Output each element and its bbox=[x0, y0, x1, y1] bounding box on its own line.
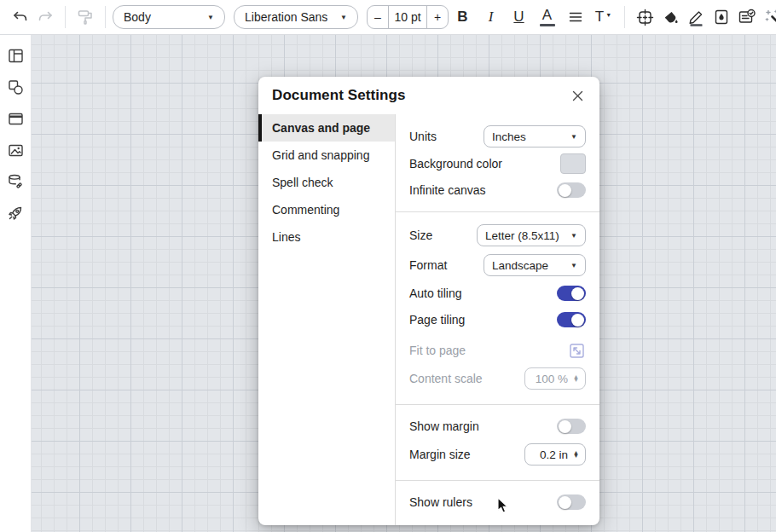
auto-tiling-row: Auto tiling bbox=[409, 283, 586, 304]
infinite-canvas-label: Infinite canvas bbox=[409, 183, 486, 197]
spinner-arrows-icon: ▲▼ bbox=[573, 375, 579, 382]
image-icon bbox=[8, 142, 24, 159]
infinite-canvas-toggle[interactable] bbox=[557, 182, 586, 198]
section-margin: Show margin Margin size 0.2 in ▲▼ bbox=[396, 405, 599, 480]
settings-nav: Canvas and page Grid and snapping Spell … bbox=[258, 114, 395, 525]
auto-tiling-toggle[interactable] bbox=[557, 286, 586, 301]
fit-to-page-row: Fit to page bbox=[409, 340, 586, 361]
toggle-knob bbox=[571, 314, 584, 327]
redo-icon bbox=[38, 9, 54, 26]
toggle-knob bbox=[571, 287, 584, 300]
nav-item-lines[interactable]: Lines bbox=[258, 223, 395, 251]
show-rulers-toggle[interactable] bbox=[557, 494, 586, 510]
font-size-value[interactable]: 10 pt bbox=[388, 6, 427, 28]
fit-to-page-label: Fit to page bbox=[409, 344, 466, 357]
shadow-icon bbox=[713, 9, 730, 26]
margin-size-row: Margin size 0.2 in ▲▼ bbox=[409, 442, 586, 466]
section-page: Size Letter (8.5x11) ▼ Format Landscape … bbox=[396, 212, 599, 404]
frame-button[interactable] bbox=[632, 4, 657, 30]
nav-item-canvas-and-page[interactable]: Canvas and page bbox=[258, 114, 395, 142]
line-color-icon bbox=[687, 9, 705, 26]
content-scale-label: Content scale bbox=[409, 372, 483, 385]
undo-button[interactable] bbox=[7, 4, 32, 30]
underline-button[interactable]: U bbox=[505, 3, 533, 31]
shape-sidebar bbox=[0, 35, 32, 532]
section-canvas: Units Inches ▼ Background color Infinite… bbox=[396, 114, 599, 211]
magic-wand-icon bbox=[763, 8, 776, 26]
close-button[interactable] bbox=[569, 87, 586, 104]
document-settings-dialog: Document Settings Canvas and page Grid a… bbox=[258, 77, 599, 525]
nav-item-grid-and-snapping[interactable]: Grid and snapping bbox=[258, 142, 395, 169]
chevron-down-icon: ▼ bbox=[570, 133, 577, 141]
format-value: Landscape bbox=[492, 259, 548, 272]
background-color-swatch[interactable] bbox=[560, 153, 586, 174]
chevron-down-icon: ▼ bbox=[207, 14, 214, 21]
italic-button[interactable]: I bbox=[477, 3, 505, 31]
bold-button[interactable]: B bbox=[449, 3, 477, 31]
review-notes-button[interactable] bbox=[734, 4, 760, 30]
dialog-title: Document Settings bbox=[272, 87, 406, 104]
spinner-arrows-icon: ▲▼ bbox=[573, 451, 579, 458]
rocket-button[interactable] bbox=[3, 201, 27, 225]
fill-color-button[interactable] bbox=[657, 4, 683, 30]
size-row: Size Letter (8.5x11) ▼ bbox=[409, 223, 586, 247]
frame-icon bbox=[636, 9, 654, 26]
close-icon bbox=[571, 90, 584, 102]
dialog-header: Document Settings bbox=[258, 77, 599, 114]
units-select[interactable]: Inches ▼ bbox=[484, 125, 586, 147]
content-scale-input[interactable]: 100 % ▲▼ bbox=[524, 367, 586, 390]
chevron-down-icon: ▼ bbox=[570, 232, 577, 240]
margin-size-input[interactable]: 0.2 in ▲▼ bbox=[524, 443, 586, 466]
margin-size-value: 0.2 in bbox=[540, 448, 568, 461]
font-family-value: Liberation Sans bbox=[245, 10, 327, 24]
nav-item-commenting[interactable]: Commenting bbox=[258, 196, 395, 223]
container-button[interactable] bbox=[3, 107, 27, 130]
shapes-button[interactable] bbox=[3, 75, 27, 99]
toggle-knob bbox=[559, 184, 571, 197]
toolbar-separator bbox=[105, 6, 106, 28]
format-painter-button[interactable] bbox=[72, 4, 98, 30]
nav-item-spell-check[interactable]: Spell check bbox=[258, 169, 395, 196]
toolbar-separator bbox=[65, 6, 66, 28]
format-select[interactable]: Landscape ▼ bbox=[484, 254, 586, 276]
text-options-button[interactable]: T ▼ bbox=[589, 3, 617, 31]
alignment-button[interactable] bbox=[561, 3, 589, 31]
font-size-increase-button[interactable]: + bbox=[427, 6, 448, 28]
formatting-toolbar: Body ▼ Liberation Sans ▼ – 10 pt + B I U… bbox=[0, 0, 776, 35]
font-size-decrease-button[interactable]: – bbox=[368, 6, 388, 28]
toggle-knob bbox=[559, 420, 571, 433]
page-tiling-label: Page tiling bbox=[409, 313, 465, 327]
show-margin-label: Show margin bbox=[409, 419, 479, 433]
fit-to-page-button[interactable] bbox=[567, 341, 586, 360]
data-linking-icon bbox=[7, 173, 24, 190]
text-color-button[interactable]: A bbox=[533, 3, 561, 31]
units-value: Inches bbox=[492, 130, 526, 143]
text-style-select[interactable]: Body ▼ bbox=[113, 5, 225, 29]
settings-panel: Units Inches ▼ Background color Infinite… bbox=[395, 114, 599, 525]
font-family-select[interactable]: Liberation Sans ▼ bbox=[234, 5, 358, 29]
align-icon bbox=[568, 9, 583, 25]
review-notes-icon bbox=[738, 8, 756, 26]
show-margin-toggle[interactable] bbox=[557, 419, 586, 434]
redo-button[interactable] bbox=[32, 4, 58, 30]
shadow-button[interactable] bbox=[709, 4, 734, 30]
format-row: Format Landscape ▼ bbox=[409, 253, 586, 277]
font-size-stepper: – 10 pt + bbox=[367, 5, 449, 29]
margin-size-label: Margin size bbox=[409, 448, 471, 461]
line-color-button[interactable] bbox=[683, 4, 709, 30]
section-rulers: Show rulers bbox=[396, 481, 599, 523]
image-button[interactable] bbox=[3, 138, 27, 162]
container-icon bbox=[8, 111, 24, 127]
magic-wand-button[interactable] bbox=[760, 4, 776, 30]
data-linking-button[interactable] bbox=[3, 170, 27, 194]
layout-panels-icon bbox=[8, 48, 24, 64]
size-select[interactable]: Letter (8.5x11) ▼ bbox=[477, 224, 586, 246]
layout-panels-button[interactable] bbox=[3, 43, 27, 67]
show-rulers-label: Show rulers bbox=[409, 495, 472, 509]
page-tiling-toggle[interactable] bbox=[557, 312, 586, 327]
toggle-knob bbox=[559, 496, 571, 509]
page-tiling-row: Page tiling bbox=[409, 309, 586, 330]
show-rulers-row: Show rulers bbox=[409, 492, 586, 512]
size-label: Size bbox=[409, 228, 432, 242]
show-margin-row: Show margin bbox=[409, 416, 586, 437]
